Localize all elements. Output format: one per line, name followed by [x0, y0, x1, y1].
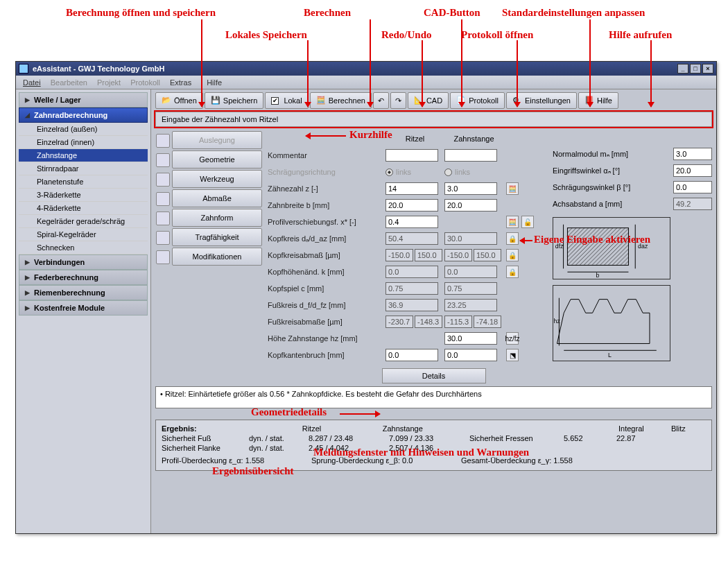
input-beta[interactable]: [673, 181, 712, 193]
tab-zahnform[interactable]: Zahnform: [172, 209, 262, 227]
input-kopfab-z1: [444, 249, 472, 261]
input-mn[interactable]: [673, 148, 712, 160]
tab-modifikationen[interactable]: Modifikationen: [172, 248, 262, 266]
sidebar-item[interactable]: Einzelrad (innen): [19, 136, 148, 149]
calculator-icon-button[interactable]: 🧮: [506, 216, 519, 228]
help-button[interactable]: 📕Hilfe: [578, 92, 618, 109]
result-label: Sicherheit Fuß: [162, 434, 238, 442]
diagram-rack: hz L: [553, 285, 670, 361]
sidebar-header-verbindungen[interactable]: Verbindungen: [19, 254, 148, 270]
result-val: 7.099 / 23.33: [389, 434, 458, 442]
input-c-ritzel: [385, 282, 438, 295]
cad-button[interactable]: 📐CAD: [408, 92, 449, 109]
radio-links-ritzel[interactable]: links: [385, 168, 438, 176]
sidebar-item[interactable]: Stirnradpaar: [19, 162, 148, 175]
tab-icon: [156, 173, 170, 187]
label-achs: Achsabstand a [mm]: [553, 200, 673, 208]
input-hz[interactable]: [444, 332, 497, 345]
toolbar: 📂Öffnen 💾Speichern ✔Lokal 🧮Berechnen ↶ ↷…: [155, 92, 712, 109]
sidebar-item[interactable]: Spiral-Kegelräder: [19, 228, 148, 241]
unlock-icon-button[interactable]: 🔓: [521, 216, 534, 228]
annotation: Berechnen: [304, 7, 351, 19]
input-df-zahnstange: [444, 299, 497, 311]
input-alpha[interactable]: [673, 164, 712, 177]
menu-projekt[interactable]: Projekt: [97, 78, 121, 87]
menu-hilfe[interactable]: Hilfe: [207, 78, 222, 87]
input-z-ritzel[interactable]: [385, 182, 438, 195]
close-button[interactable]: ×: [702, 64, 713, 74]
sidebar-header-kosten[interactable]: Kostenfreie Module: [19, 300, 148, 316]
input-fussab-z1: [444, 316, 472, 328]
input-z-zahnstange[interactable]: [444, 182, 497, 195]
label-eingriff: Eingriffswinkel αₙ [°]: [553, 166, 673, 175]
col-integral: Integral: [618, 424, 660, 433]
ratio-icon-button[interactable]: hz/fz: [506, 332, 519, 345]
annotation: Geometriedetails: [251, 406, 327, 418]
input-kommentar-ritzel[interactable]: [385, 149, 438, 162]
sidebar-header-riemen[interactable]: Riemenberechnung: [19, 285, 148, 300]
col-header-ritzel: Ritzel: [385, 135, 444, 143]
sidebar-header-zahnrad[interactable]: Zahnradberechnung: [19, 107, 148, 123]
tab-icon: [156, 153, 170, 167]
redo-button[interactable]: ↷: [390, 92, 406, 109]
result-sub: dyn. / stat.: [249, 444, 297, 452]
tab-tragfaehigkeit[interactable]: Tragfähigkeit: [172, 228, 262, 246]
sidebar-item[interactable]: Planetenstufe: [19, 175, 148, 189]
sidebar-item[interactable]: Kegelräder gerade/schräg: [19, 215, 148, 228]
menu-extras[interactable]: Extras: [170, 78, 191, 87]
result-val: 22.87: [616, 434, 651, 442]
message-box: • Ritzel: Einhärtetiefe größer als 0.56 …: [155, 386, 712, 408]
folder-open-icon: 📂: [162, 96, 171, 105]
sidebar-item[interactable]: 4-Räderkette: [19, 202, 148, 215]
details-button[interactable]: Details: [382, 368, 486, 383]
svg-text:hz: hz: [554, 318, 561, 325]
window-title: eAssistant - GWJ Technology GmbH: [33, 64, 165, 73]
annotation: Ergebnisübersicht: [212, 465, 294, 477]
input-kopfab-r1: [385, 249, 413, 261]
minimize-button[interactable]: _: [677, 64, 688, 74]
radio-links-zahnstange[interactable]: links: [444, 168, 497, 176]
svg-text:b: b: [596, 272, 600, 279]
sidebar-header-feder[interactable]: Federberechnung: [19, 270, 148, 285]
input-x-ritzel[interactable]: [385, 216, 438, 228]
label-schraegw: Schrägungswinkel β [°]: [553, 183, 673, 191]
input-k-ritzel: [385, 266, 438, 278]
lock-icon-button[interactable]: 🔒: [506, 266, 519, 278]
sidebar-item-selected[interactable]: Zahnstange: [19, 149, 148, 162]
open-button[interactable]: 📂Öffnen: [155, 92, 203, 109]
tab-werkzeug[interactable]: Werkzeug: [172, 170, 262, 188]
tab-abmasse[interactable]: Abmaße: [172, 189, 262, 207]
menu-datei[interactable]: Datei: [23, 78, 41, 87]
input-kommentar-zahnstange[interactable]: [444, 149, 497, 162]
label-kommentar: Kommentar: [268, 151, 385, 159]
tab-icon: [156, 250, 170, 264]
input-b-ritzel[interactable]: [385, 199, 438, 212]
result-val: 5.652: [564, 434, 605, 442]
local-checkbox[interactable]: ✔Lokal: [265, 92, 308, 109]
result-label: Sicherheit Fressen: [469, 434, 553, 442]
sidebar-item[interactable]: Einzelrad (außen): [19, 123, 148, 136]
calculate-button[interactable]: 🧮Berechnen: [310, 92, 372, 109]
calculator-icon-button[interactable]: 🧮: [506, 182, 519, 195]
menu-protokoll[interactable]: Protokoll: [130, 78, 160, 87]
lock-icon-button[interactable]: 🔒: [506, 232, 519, 245]
tab-geometrie[interactable]: Geometrie: [172, 150, 262, 169]
input-fussab-r2: [415, 316, 442, 328]
sidebar-item[interactable]: 3-Räderkette: [19, 189, 148, 202]
calculator-icon: 🧮: [316, 96, 326, 105]
input-b-zahnstange[interactable]: [444, 199, 497, 212]
maximize-button[interactable]: □: [690, 64, 701, 74]
sidebar-header-welle[interactable]: Welle / Lager: [19, 92, 148, 107]
chamfer-icon-button[interactable]: ⬔: [506, 349, 519, 361]
tab-auslegung[interactable]: Auslegung: [172, 131, 262, 149]
lock-icon-button[interactable]: 🔒: [506, 249, 519, 261]
input-kk-zahnstange[interactable]: [444, 349, 497, 361]
undo-button[interactable]: ↶: [373, 92, 389, 109]
input-kk-ritzel[interactable]: [385, 349, 438, 361]
svg-text:L: L: [608, 352, 612, 359]
menu-bearbeiten[interactable]: Bearbeiten: [51, 78, 87, 87]
save-button[interactable]: 💾Speichern: [205, 92, 264, 109]
sidebar-item[interactable]: Schnecken: [19, 241, 148, 254]
label-hoehe: Höhe Zahnstange hz [mm]: [268, 334, 385, 343]
annotation: Redo/Undo: [381, 29, 432, 41]
